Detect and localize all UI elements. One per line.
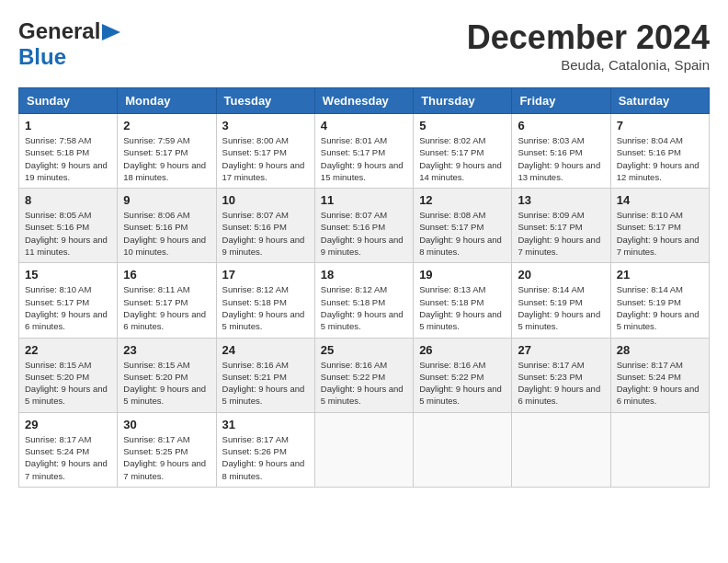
day-info: Sunrise: 8:04 AMSunset: 5:16 PMDaylight:… bbox=[617, 135, 700, 182]
day-number: 19 bbox=[419, 268, 506, 282]
day-info: Sunrise: 7:59 AMSunset: 5:17 PMDaylight:… bbox=[123, 135, 206, 182]
day-info: Sunrise: 8:14 AMSunset: 5:19 PMDaylight:… bbox=[518, 284, 600, 331]
calendar-cell bbox=[512, 412, 610, 487]
day-number: 21 bbox=[617, 268, 703, 282]
logo: General Blue bbox=[18, 18, 122, 70]
calendar-week-5: 29Sunrise: 8:17 AMSunset: 5:24 PMDayligh… bbox=[19, 412, 710, 487]
logo-blue-text: Blue bbox=[18, 44, 66, 69]
calendar-cell: 16Sunrise: 8:11 AMSunset: 5:17 PMDayligh… bbox=[118, 263, 216, 338]
day-info: Sunrise: 8:07 AMSunset: 5:16 PMDaylight:… bbox=[222, 210, 305, 257]
day-info: Sunrise: 8:16 AMSunset: 5:22 PMDaylight:… bbox=[321, 360, 404, 407]
col-header-tuesday: Tuesday bbox=[216, 88, 314, 114]
col-header-wednesday: Wednesday bbox=[314, 88, 413, 114]
day-number: 18 bbox=[321, 268, 407, 282]
day-info: Sunrise: 8:15 AMSunset: 5:20 PMDaylight:… bbox=[123, 360, 206, 407]
day-number: 22 bbox=[25, 343, 111, 357]
col-header-saturday: Saturday bbox=[610, 88, 709, 114]
day-number: 24 bbox=[222, 343, 309, 357]
calendar-week-4: 22Sunrise: 8:15 AMSunset: 5:20 PMDayligh… bbox=[19, 338, 710, 412]
calendar-cell: 26Sunrise: 8:16 AMSunset: 5:22 PMDayligh… bbox=[414, 338, 512, 412]
calendar-cell: 23Sunrise: 8:15 AMSunset: 5:20 PMDayligh… bbox=[118, 338, 216, 412]
col-header-thursday: Thursday bbox=[414, 88, 512, 114]
day-info: Sunrise: 8:10 AMSunset: 5:17 PMDaylight:… bbox=[25, 284, 108, 331]
day-info: Sunrise: 8:17 AMSunset: 5:24 PMDaylight:… bbox=[617, 360, 700, 407]
day-number: 23 bbox=[123, 343, 210, 357]
calendar-cell: 17Sunrise: 8:12 AMSunset: 5:18 PMDayligh… bbox=[216, 263, 314, 338]
day-info: Sunrise: 8:15 AMSunset: 5:20 PMDaylight:… bbox=[25, 360, 108, 407]
logo-flag-icon bbox=[102, 24, 122, 40]
calendar-cell bbox=[610, 412, 709, 487]
calendar-cell: 19Sunrise: 8:13 AMSunset: 5:18 PMDayligh… bbox=[414, 263, 512, 338]
day-info: Sunrise: 8:07 AMSunset: 5:16 PMDaylight:… bbox=[321, 210, 404, 257]
calendar-cell: 8Sunrise: 8:05 AMSunset: 5:16 PMDaylight… bbox=[19, 189, 118, 263]
calendar-cell: 28Sunrise: 8:17 AMSunset: 5:24 PMDayligh… bbox=[610, 338, 709, 412]
svg-marker-0 bbox=[102, 24, 120, 40]
day-number: 4 bbox=[321, 119, 407, 132]
calendar-cell: 14Sunrise: 8:10 AMSunset: 5:17 PMDayligh… bbox=[610, 189, 709, 263]
calendar-cell: 9Sunrise: 8:06 AMSunset: 5:16 PMDaylight… bbox=[118, 189, 216, 263]
calendar-cell: 5Sunrise: 8:02 AMSunset: 5:17 PMDaylight… bbox=[414, 114, 512, 189]
calendar-cell: 24Sunrise: 8:16 AMSunset: 5:21 PMDayligh… bbox=[216, 338, 314, 412]
day-number: 13 bbox=[518, 193, 604, 207]
calendar-cell: 6Sunrise: 8:03 AMSunset: 5:16 PMDaylight… bbox=[512, 114, 610, 189]
calendar-cell bbox=[314, 412, 413, 487]
calendar-cell bbox=[414, 412, 512, 487]
day-info: Sunrise: 8:17 AMSunset: 5:24 PMDaylight:… bbox=[25, 434, 108, 481]
calendar-cell: 13Sunrise: 8:09 AMSunset: 5:17 PMDayligh… bbox=[512, 189, 610, 263]
col-header-friday: Friday bbox=[512, 88, 610, 114]
day-number: 8 bbox=[25, 193, 111, 207]
calendar-cell: 27Sunrise: 8:17 AMSunset: 5:23 PMDayligh… bbox=[512, 338, 610, 412]
day-number: 17 bbox=[222, 268, 309, 282]
day-info: Sunrise: 8:08 AMSunset: 5:17 PMDaylight:… bbox=[419, 210, 502, 257]
col-header-sunday: Sunday bbox=[19, 88, 118, 114]
day-number: 29 bbox=[25, 418, 111, 431]
day-number: 12 bbox=[419, 193, 506, 207]
day-info: Sunrise: 8:02 AMSunset: 5:17 PMDaylight:… bbox=[419, 135, 502, 182]
day-number: 9 bbox=[123, 193, 210, 207]
day-number: 28 bbox=[617, 343, 703, 357]
calendar-cell: 1Sunrise: 7:58 AMSunset: 5:18 PMDaylight… bbox=[19, 114, 118, 189]
calendar-cell: 20Sunrise: 8:14 AMSunset: 5:19 PMDayligh… bbox=[512, 263, 610, 338]
day-info: Sunrise: 8:17 AMSunset: 5:23 PMDaylight:… bbox=[518, 360, 600, 407]
month-title: December 2024 bbox=[467, 18, 710, 57]
day-info: Sunrise: 8:14 AMSunset: 5:19 PMDaylight:… bbox=[617, 284, 700, 331]
day-info: Sunrise: 8:16 AMSunset: 5:21 PMDaylight:… bbox=[222, 360, 305, 407]
day-number: 31 bbox=[222, 418, 309, 431]
calendar-cell: 10Sunrise: 8:07 AMSunset: 5:16 PMDayligh… bbox=[216, 189, 314, 263]
calendar-week-1: 1Sunrise: 7:58 AMSunset: 5:18 PMDaylight… bbox=[19, 114, 710, 189]
day-info: Sunrise: 8:10 AMSunset: 5:17 PMDaylight:… bbox=[617, 210, 700, 257]
location-text: Beuda, Catalonia, Spain bbox=[467, 57, 710, 73]
calendar-cell: 31Sunrise: 8:17 AMSunset: 5:26 PMDayligh… bbox=[216, 412, 314, 487]
day-info: Sunrise: 8:01 AMSunset: 5:17 PMDaylight:… bbox=[321, 135, 404, 182]
day-number: 5 bbox=[419, 119, 506, 132]
day-number: 1 bbox=[25, 119, 111, 132]
calendar-week-2: 8Sunrise: 8:05 AMSunset: 5:16 PMDaylight… bbox=[19, 189, 710, 263]
day-info: Sunrise: 8:13 AMSunset: 5:18 PMDaylight:… bbox=[419, 284, 502, 331]
calendar-header-row: SundayMondayTuesdayWednesdayThursdayFrid… bbox=[19, 88, 710, 114]
day-info: Sunrise: 8:11 AMSunset: 5:17 PMDaylight:… bbox=[123, 284, 206, 331]
calendar-cell: 25Sunrise: 8:16 AMSunset: 5:22 PMDayligh… bbox=[314, 338, 413, 412]
day-number: 3 bbox=[222, 119, 309, 132]
day-number: 30 bbox=[123, 418, 210, 431]
title-area: December 2024 Beuda, Catalonia, Spain bbox=[467, 18, 710, 73]
day-info: Sunrise: 7:58 AMSunset: 5:18 PMDaylight:… bbox=[25, 135, 108, 182]
day-number: 26 bbox=[419, 343, 506, 357]
calendar-cell: 2Sunrise: 7:59 AMSunset: 5:17 PMDaylight… bbox=[118, 114, 216, 189]
day-number: 16 bbox=[123, 268, 210, 282]
calendar-cell: 3Sunrise: 8:00 AMSunset: 5:17 PMDaylight… bbox=[216, 114, 314, 189]
day-info: Sunrise: 8:16 AMSunset: 5:22 PMDaylight:… bbox=[419, 360, 502, 407]
logo-general-text: General bbox=[18, 18, 100, 44]
day-info: Sunrise: 8:05 AMSunset: 5:16 PMDaylight:… bbox=[25, 210, 108, 257]
day-info: Sunrise: 8:12 AMSunset: 5:18 PMDaylight:… bbox=[321, 284, 404, 331]
day-number: 2 bbox=[123, 119, 210, 132]
day-number: 15 bbox=[25, 268, 111, 282]
col-header-monday: Monday bbox=[118, 88, 216, 114]
calendar-cell: 29Sunrise: 8:17 AMSunset: 5:24 PMDayligh… bbox=[19, 412, 118, 487]
calendar-cell: 21Sunrise: 8:14 AMSunset: 5:19 PMDayligh… bbox=[610, 263, 709, 338]
calendar-table: SundayMondayTuesdayWednesdayThursdayFrid… bbox=[18, 87, 710, 488]
day-number: 27 bbox=[518, 343, 604, 357]
day-number: 25 bbox=[321, 343, 407, 357]
page-header: General Blue December 2024 Beuda, Catalo… bbox=[18, 18, 710, 73]
day-number: 7 bbox=[617, 119, 703, 132]
calendar-cell: 30Sunrise: 8:17 AMSunset: 5:25 PMDayligh… bbox=[118, 412, 216, 487]
